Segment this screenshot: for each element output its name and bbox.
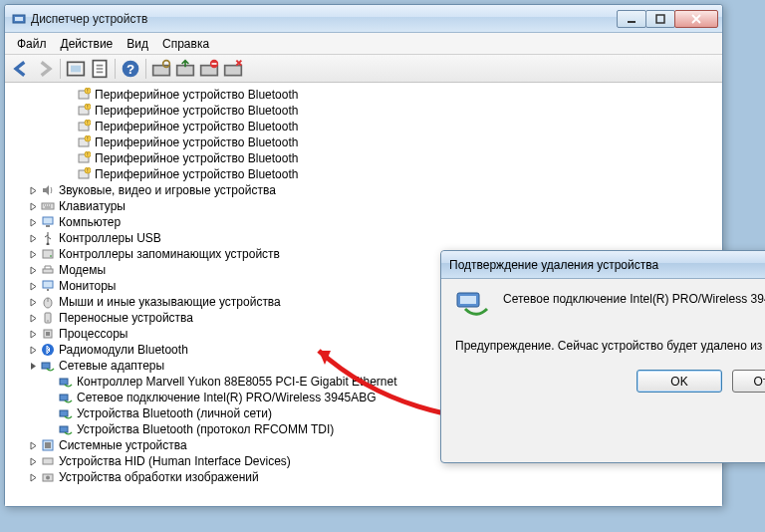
svg-rect-54 [45,442,51,448]
tree-item-bt-periph[interactable]: ! Периферийное устройство Bluetooth [9,103,718,119]
uninstall-button[interactable] [198,58,220,80]
collapse-toggle[interactable] [27,248,39,260]
collapse-toggle[interactable] [27,216,39,228]
network-adapter-icon [455,291,491,324]
collapse-toggle[interactable] [27,328,39,340]
modem-icon [40,262,56,278]
svg-rect-5 [71,65,81,72]
window-buttons [618,10,718,28]
show-hidden-button[interactable] [65,58,87,80]
svg-text:!: ! [87,104,88,110]
tree-category-sound[interactable]: Звуковые, видео и игровые устройства [9,182,718,198]
tree-category-computer[interactable]: Компьютер [9,214,718,230]
tree-item-bt-periph[interactable]: ! Периферийное устройство Bluetooth [9,134,718,150]
warn-icon: ! [76,150,92,166]
collapse-toggle[interactable] [27,344,39,356]
svg-rect-49 [60,379,68,385]
collapse-toggle[interactable] [27,264,39,276]
cancel-button[interactable]: Отмена [732,370,765,393]
svg-rect-33 [42,203,54,209]
svg-rect-3 [656,15,664,23]
toolbar-separator [60,59,61,79]
collapse-toggle[interactable] [27,200,39,212]
svg-rect-46 [46,332,50,336]
tree-category-keyboards[interactable]: Клавиатуры [9,198,718,214]
menu-view[interactable]: Вид [121,35,154,53]
tree-label: Периферийное устройство Bluetooth [95,135,298,149]
warn-icon: ! [76,87,92,103]
toolbar-separator [115,59,116,79]
svg-rect-50 [60,395,68,400]
collapse-toggle[interactable] [27,280,39,292]
tree-label: Контроллеры USB [59,231,161,245]
storage-icon [40,246,56,262]
collapse-toggle[interactable] [27,455,39,467]
imaging-icon [40,469,56,485]
minimize-button[interactable] [617,10,646,28]
toolbar-separator [145,59,146,79]
cancel-label: Отмена [753,375,765,389]
svg-text:!: ! [87,120,88,126]
tree-item-bt-periph[interactable]: ! Периферийное устройство Bluetooth [9,166,718,182]
svg-rect-59 [460,296,476,304]
help-button[interactable]: ? [120,58,141,80]
warn-icon: ! [76,166,92,182]
collapse-toggle[interactable] [27,471,39,483]
menubar: Файл Действие Вид Справка [5,33,722,55]
dialog-warning-text: Предупреждение. Сейчас устройство будет … [455,338,765,354]
tree-label: Звуковые, видео и игровые устройства [59,183,276,197]
usb-icon [40,230,56,246]
window-title: Диспетчер устройств [31,12,618,26]
tree-label: Устройства HID (Human Interface Devices) [59,454,291,468]
svg-rect-40 [43,281,53,288]
collapse-toggle[interactable] [27,184,39,196]
dialog-footer: OK Отмена [441,360,765,406]
properties-button[interactable] [89,58,111,80]
collapse-toggle[interactable] [27,312,39,324]
tree-category-imaging[interactable]: Устройства обработки изображений [9,469,718,485]
expand-toggle[interactable] [27,360,39,372]
menu-action[interactable]: Действие [55,35,120,53]
tree-label: Устройства обработки изображений [59,470,259,484]
nav-back-button[interactable] [10,58,32,80]
net-icon [58,374,74,390]
app-icon [11,11,27,27]
tree-item-bt-periph[interactable]: ! Периферийное устройство Bluetooth [9,150,718,166]
svg-text:!: ! [87,167,88,173]
svg-rect-34 [43,217,53,224]
menu-help[interactable]: Справка [156,35,215,53]
menu-file[interactable]: Файл [11,35,53,53]
tree-label: Радиомодули Bluetooth [59,343,188,357]
ok-button[interactable]: OK [637,370,722,393]
dialog-device-name: Сетевое подключение Intel(R) PRO/Wireles… [503,291,765,324]
svg-rect-2 [628,21,636,23]
svg-point-57 [46,476,50,480]
collapse-toggle[interactable] [27,232,39,244]
tree-label: Переносные устройства [59,311,193,325]
svg-rect-1 [15,17,23,21]
update-driver-button[interactable] [174,58,196,80]
disable-button[interactable] [222,58,244,80]
svg-rect-55 [43,458,53,464]
dialog-title: Подтверждение удаления устройства [449,258,765,272]
scan-button[interactable] [150,58,172,80]
tree-label: Компьютер [59,215,121,229]
tree-label: Системные устройства [59,438,187,452]
tree-item-bt-periph[interactable]: ! Периферийное устройство Bluetooth [9,87,718,103]
tree-label: Контроллер Marvell Yukon 88E8055 PCI-E G… [77,375,396,389]
collapse-toggle[interactable] [27,439,39,451]
titlebar[interactable]: Диспетчер устройств [5,5,722,33]
confirm-uninstall-dialog: Подтверждение удаления устройства Сетево… [440,250,765,463]
svg-text:?: ? [127,62,134,77]
nav-forward-button[interactable] [34,58,56,80]
svg-text:!: ! [87,135,88,141]
tree-label: Сетевые адаптеры [59,359,164,373]
tree-item-bt-periph[interactable]: ! Периферийное устройство Bluetooth [9,119,718,134]
close-button[interactable] [674,10,718,28]
maximize-button[interactable] [645,10,675,28]
tree-category-usb[interactable]: Контроллеры USB [9,230,718,246]
collapse-toggle[interactable] [27,296,39,308]
svg-rect-48 [42,363,50,369]
svg-rect-35 [46,225,50,227]
dialog-titlebar[interactable]: Подтверждение удаления устройства [441,251,765,279]
